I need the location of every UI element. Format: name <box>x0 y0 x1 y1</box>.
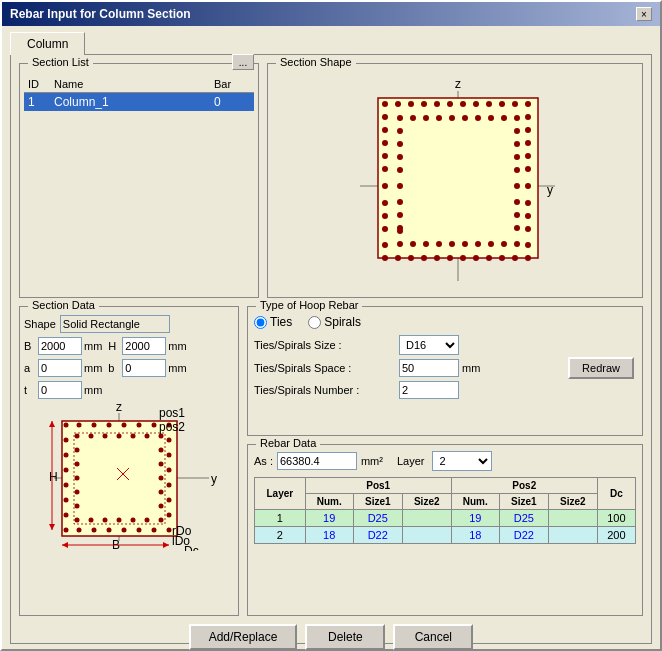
t-label: t <box>24 384 38 396</box>
svg-point-143 <box>159 504 164 509</box>
svg-point-50 <box>436 115 442 121</box>
h-input[interactable] <box>122 337 166 355</box>
svg-point-122 <box>103 434 108 439</box>
svg-point-119 <box>167 513 172 518</box>
add-replace-button[interactable]: Add/Replace <box>189 624 298 650</box>
ties-option[interactable]: Ties <box>254 315 292 329</box>
layer-label: Layer <box>397 455 425 467</box>
svg-point-97 <box>137 423 142 428</box>
svg-point-12 <box>499 101 505 107</box>
main-window: Rebar Input for Column Section × Column … <box>0 0 662 651</box>
row1-dc: 100 <box>597 510 635 527</box>
bh-row: B mm H mm <box>24 337 234 355</box>
svg-point-104 <box>122 528 127 533</box>
svg-point-96 <box>122 423 127 428</box>
svg-point-38 <box>525 127 531 133</box>
row2-pos1-size1: D22 <box>353 527 402 544</box>
row1-pos2-num: 19 <box>451 510 499 527</box>
svg-text:y: y <box>211 472 217 486</box>
col-header-bar: Bar <box>214 78 254 90</box>
row2-pos2-size2 <box>548 527 597 544</box>
svg-point-81 <box>514 199 520 205</box>
axis-z-label: z <box>455 77 461 91</box>
cancel-button[interactable]: Cancel <box>393 624 473 650</box>
svg-point-111 <box>64 483 69 488</box>
as-input[interactable] <box>277 452 357 470</box>
svg-point-32 <box>382 183 388 189</box>
number-input[interactable] <box>399 381 459 399</box>
svg-point-46 <box>525 242 531 248</box>
section-shape-panel: Section Shape z y <box>267 63 643 298</box>
delete-button[interactable]: Delete <box>305 624 385 650</box>
bottom-section: Section Data Shape B mm H <box>19 306 643 616</box>
svg-point-140 <box>159 462 164 467</box>
ties-radio[interactable] <box>254 316 267 329</box>
row1-pos1-num: 19 <box>305 510 353 527</box>
table-row[interactable]: 2 18 D22 18 D22 200 <box>255 527 636 544</box>
svg-point-135 <box>75 462 80 467</box>
layer-select[interactable]: 2 1 3 <box>432 451 492 471</box>
svg-point-42 <box>525 183 531 189</box>
row2-layer: 2 <box>255 527 306 544</box>
a-input[interactable] <box>38 359 82 377</box>
t-input[interactable] <box>38 381 82 399</box>
section-data-title: Section Data <box>28 299 99 311</box>
rebar-data-title: Rebar Data <box>256 437 320 449</box>
svg-point-55 <box>501 115 507 121</box>
svg-point-27 <box>382 114 388 120</box>
col-pos2: Pos2 <box>451 478 597 494</box>
table-row[interactable]: 1 19 D25 19 D25 100 <box>255 510 636 527</box>
svg-point-14 <box>525 101 531 107</box>
svg-point-106 <box>152 528 157 533</box>
svg-point-5 <box>408 101 414 107</box>
b2-input[interactable] <box>122 359 166 377</box>
spirals-radio[interactable] <box>308 316 321 329</box>
svg-point-109 <box>64 453 69 458</box>
svg-point-76 <box>514 128 520 134</box>
svg-point-139 <box>159 448 164 453</box>
hoop-radio-group: Ties Spirals <box>254 315 636 329</box>
as-row: As : mm² Layer 2 1 3 <box>254 451 636 471</box>
row-name: Column_1 <box>54 95 214 109</box>
svg-point-125 <box>145 434 150 439</box>
ties-label: Ties <box>270 315 292 329</box>
section-list-title: Section List <box>28 56 93 68</box>
svg-point-72 <box>397 199 403 205</box>
tab-column[interactable]: Column <box>10 32 85 55</box>
space-label: Ties/Spirals Space : <box>254 362 399 374</box>
svg-point-11 <box>486 101 492 107</box>
mini-shape-svg: z y <box>44 403 219 551</box>
col-header-id: ID <box>24 78 54 90</box>
redraw-button[interactable]: Redraw <box>568 357 634 379</box>
shape-input[interactable] <box>60 315 170 333</box>
mini-shape-diagram: z y <box>44 403 214 553</box>
size-select[interactable]: D16 D13 D19 <box>399 335 459 355</box>
col-pos1-size1: Size1 <box>353 494 402 510</box>
right-panel: Type of Hoop Rebar Ties Spirals <box>247 306 643 616</box>
svg-point-21 <box>460 255 466 261</box>
svg-point-43 <box>525 200 531 206</box>
list-row[interactable]: 1 Column_1 0 <box>24 93 254 111</box>
spirals-option[interactable]: Spirals <box>308 315 361 329</box>
close-button[interactable]: × <box>636 7 652 21</box>
b-input[interactable] <box>38 337 82 355</box>
svg-point-115 <box>167 453 172 458</box>
t-row: t mm <box>24 381 234 399</box>
browse-button[interactable]: ... <box>232 54 254 70</box>
svg-point-52 <box>462 115 468 121</box>
svg-point-94 <box>92 423 97 428</box>
number-label: Ties/Spirals Number : <box>254 384 399 396</box>
svg-point-79 <box>514 167 520 173</box>
b-unit: mm <box>84 340 102 352</box>
svg-point-7 <box>434 101 440 107</box>
number-row: Ties/Spirals Number : <box>254 381 636 399</box>
svg-point-9 <box>460 101 466 107</box>
svg-text:Dc: Dc <box>184 544 199 551</box>
svg-point-134 <box>75 448 80 453</box>
list-header: ID Name Bar <box>24 76 254 93</box>
space-input[interactable] <box>399 359 459 377</box>
ab-row: a mm b mm <box>24 359 234 377</box>
svg-point-33 <box>382 200 388 206</box>
row1-pos1-size2 <box>402 510 451 527</box>
section-list-panel: Section List ... ID Name Bar 1 Column_1 … <box>19 63 259 298</box>
